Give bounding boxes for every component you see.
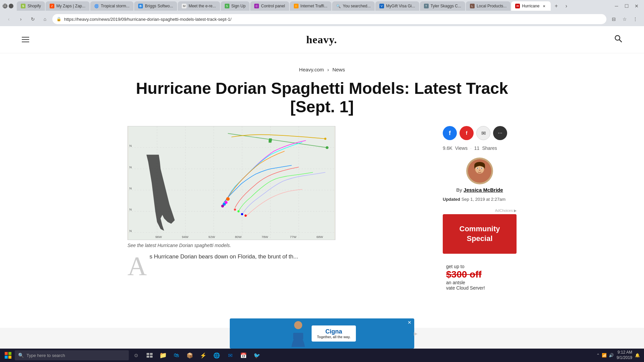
- svg-rect-2: [3, 6, 5, 7]
- ad-line-2: Special: [449, 234, 510, 244]
- search-button[interactable]: [612, 33, 624, 46]
- bottom-ad-banner[interactable]: ✕ Cigna Together, all the way. ▶: [230, 318, 414, 328]
- svg-rect-3: [5, 6, 6, 7]
- breadcrumb-home-link[interactable]: Heavy.com: [299, 67, 324, 72]
- site-header: heavy.: [0, 26, 644, 53]
- svg-point-32: [326, 146, 328, 149]
- tab-list-button[interactable]: ›: [561, 1, 571, 11]
- flipboard-share-button[interactable]: f: [460, 126, 474, 140]
- tab-bar: S Shopify Z My Zaps | Zap... 🌀 Tropical …: [0, 0, 644, 12]
- tab-internet-label: Internet Traffi...: [301, 4, 327, 8]
- svg-point-46: [473, 173, 486, 182]
- svg-point-39: [237, 210, 239, 213]
- tab-hurricane-close[interactable]: ✕: [541, 3, 547, 9]
- app-icon: [3, 4, 7, 8]
- ad-line-1: Community: [449, 224, 510, 234]
- tyler-favicon: T: [424, 4, 429, 8]
- meete-favicon: M: [182, 4, 186, 8]
- ad-choices-label[interactable]: AdChoices ▶: [443, 208, 517, 213]
- breadcrumb-separator: ›: [327, 67, 329, 72]
- svg-line-5: [619, 40, 622, 42]
- svg-point-33: [324, 138, 326, 140]
- article-intro-text: s Hurricane Dorian bears down on Florida…: [150, 253, 298, 260]
- maximize-button[interactable]: ☐: [622, 1, 631, 11]
- svg-point-51: [481, 168, 482, 169]
- tab-signup[interactable]: S Sign Up: [221, 1, 250, 11]
- address-bar[interactable]: 🔒 https://heavy.com/news/2019/09/hurrica…: [52, 14, 606, 24]
- site-logo[interactable]: heavy.: [306, 34, 337, 46]
- svg-rect-1: [5, 4, 6, 6]
- article-image-caption: See the latest Hurricane Dorian spaghett…: [127, 243, 433, 248]
- tab-control[interactable]: C Control panel: [250, 1, 289, 11]
- page-wrapper: heavy. Heavy.com › News Hurricane Dorian…: [0, 26, 644, 328]
- close-button[interactable]: ✕: [632, 1, 641, 11]
- new-tab-button[interactable]: +: [551, 1, 561, 11]
- tab-shopify[interactable]: S Shopify: [17, 1, 45, 11]
- tab-tropical[interactable]: 🌀 Tropical storm...: [90, 1, 134, 11]
- stats-separator: ·: [470, 145, 472, 151]
- tab-mygiftvisa-label: MyGift Visa Gi...: [386, 4, 415, 8]
- article-body-layout: N N N N N 96W 94W 92W 80W 78W 77W: [127, 126, 517, 294]
- tab-tylerskaggs-label: Tyler Skaggs C...: [431, 4, 461, 8]
- tab-mygiftvisa[interactable]: V MyGift Visa Gi...: [375, 1, 419, 11]
- minimize-button[interactable]: ─: [612, 1, 621, 11]
- author-by-prefix: By: [456, 187, 462, 193]
- tab-myzaps-label: My Zaps | Zap...: [56, 4, 85, 8]
- tab-hurricane-label: Hurricane: [522, 4, 539, 8]
- tab-myzaps[interactable]: Z My Zaps | Zap...: [46, 1, 89, 11]
- tropical-favicon: 🌀: [94, 4, 99, 8]
- zaps-favicon: Z: [50, 4, 54, 8]
- svg-point-49: [477, 168, 478, 169]
- breadcrumb-current: News: [332, 67, 345, 72]
- author-name-link[interactable]: Jessica McBride: [464, 187, 503, 193]
- author-name-row: By Jessica McBride: [443, 187, 517, 193]
- svg-text:92W: 92W: [208, 235, 215, 239]
- community-special-ad[interactable]: Community Special: [443, 214, 517, 253]
- hamburger-line-3: [22, 42, 29, 42]
- flipboard-icon: f: [466, 130, 468, 136]
- tab-yousearched[interactable]: 🔍 You searched...: [332, 1, 375, 11]
- promo-price: $300 off: [446, 269, 513, 280]
- svg-text:N: N: [129, 165, 132, 169]
- author-avatar: [466, 158, 493, 184]
- promo-text-1: get up to: [446, 264, 513, 269]
- breadcrumb: Heavy.com › News: [127, 67, 517, 72]
- bottom-ad-close-button[interactable]: ✕: [408, 320, 412, 325]
- nav-right-buttons: ⊟ ☆ ⋮: [609, 14, 640, 24]
- address-url-text: https://heavy.com/news/2019/09/hurricane…: [64, 17, 602, 22]
- home-button[interactable]: ⌂: [40, 14, 50, 24]
- tab-internet[interactable]: I Internet Traffi...: [290, 1, 331, 11]
- svg-point-53: [294, 321, 302, 328]
- signup-favicon: S: [225, 4, 229, 8]
- mygift-favicon: V: [379, 4, 384, 8]
- bookmarks-bar-toggle[interactable]: ⊟: [609, 14, 619, 24]
- hurricane-favicon: H: [515, 4, 520, 8]
- browser-nav: ‹ › ↻ ⌂ 🔒 https://heavy.com/news/2019/09…: [0, 12, 644, 26]
- back-button[interactable]: ‹: [4, 14, 13, 24]
- reload-button[interactable]: ↻: [28, 14, 38, 24]
- tab-briggs[interactable]: B Briggs Softwo...: [134, 1, 177, 11]
- views-label: Views: [455, 145, 468, 151]
- tab-localproducts[interactable]: L Local Products...: [466, 1, 511, 11]
- hamburger-menu-button[interactable]: [20, 35, 31, 44]
- email-share-button[interactable]: ✉: [476, 126, 490, 140]
- window-ctrl-1[interactable]: [9, 4, 13, 8]
- facebook-share-button[interactable]: f: [443, 126, 457, 140]
- forward-button[interactable]: ›: [16, 14, 25, 24]
- tab-shopify-label: Shopify: [28, 4, 41, 8]
- lock-icon: 🔒: [56, 17, 61, 21]
- more-share-button[interactable]: ···: [493, 126, 507, 140]
- svg-point-34: [226, 197, 230, 201]
- tab-hurricane[interactable]: H Hurricane ✕: [511, 1, 551, 11]
- tab-control-label: Control panel: [261, 4, 285, 8]
- tab-meete[interactable]: M Meet the e-re...: [178, 1, 220, 11]
- promo-block: get up to $300 off an antsle vate Cloud …: [443, 260, 517, 294]
- cigna-logo: Cigna Together, all the way.: [312, 325, 356, 328]
- views-count: 9.6K: [443, 145, 452, 151]
- tab-tylerskaggs[interactable]: T Tyler Skaggs C...: [420, 1, 465, 11]
- bookmark-button[interactable]: ☆: [620, 14, 629, 24]
- promo-text-2: an antsle: [446, 280, 513, 285]
- hamburger-line-2: [22, 39, 29, 40]
- browser-menu-button[interactable]: ⋮: [631, 14, 640, 24]
- updated-row: Updated Sep 1, 2019 at 2:27am: [443, 197, 517, 202]
